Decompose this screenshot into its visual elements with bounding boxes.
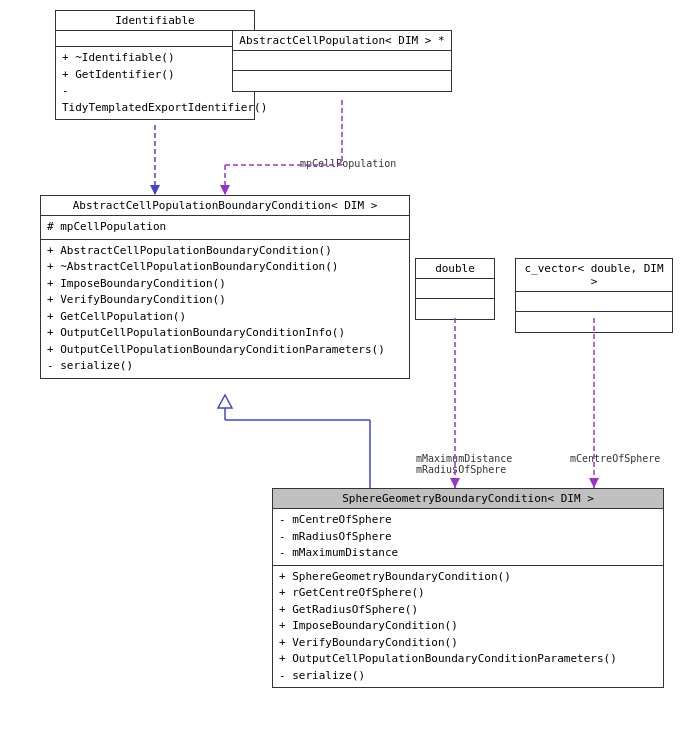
sgbc-method-1: + SphereGeometryBoundaryCondition() (279, 569, 657, 586)
sphere-geometry-box: SphereGeometryBoundaryCondition< DIM > -… (272, 488, 664, 688)
label-mpCellPopulation: mpCellPopulation (300, 158, 396, 169)
identifiable-box: Identifiable + ~Identifiable() + GetIden… (55, 10, 255, 120)
cvector-title: c_vector< double, DIM > (516, 259, 672, 292)
sgbc-field-3: - mMaximumDistance (279, 545, 657, 562)
double-section2 (416, 299, 494, 319)
sgbc-method-2: + rGetCentreOfSphere() (279, 585, 657, 602)
abstract-boundary-condition-title: AbstractCellPopulationBoundaryCondition<… (41, 196, 409, 216)
abc-method-4: + VerifyBoundaryCondition() (47, 292, 403, 309)
sgbc-method-5: + VerifyBoundaryCondition() (279, 635, 657, 652)
uml-diagram: Identifiable + ~Identifiable() + GetIden… (0, 0, 688, 744)
abstract-boundary-condition-methods: + AbstractCellPopulationBoundaryConditio… (41, 240, 409, 378)
sphere-geometry-fields: - mCentreOfSphere - mRadiusOfSphere - mM… (273, 509, 663, 566)
identifiable-method-1: + ~Identifiable() (62, 50, 248, 67)
abc-method-1: + AbstractCellPopulationBoundaryConditio… (47, 243, 403, 260)
cvector-section1 (516, 292, 672, 312)
abstract-cell-population-section1 (233, 51, 451, 71)
cvector-section2 (516, 312, 672, 332)
double-title: double (416, 259, 494, 279)
cvector-box: c_vector< double, DIM > (515, 258, 673, 333)
abstract-cell-population-section2 (233, 71, 451, 91)
sphere-geometry-methods: + SphereGeometryBoundaryCondition() + rG… (273, 566, 663, 688)
sphere-geometry-title: SphereGeometryBoundaryCondition< DIM > (273, 489, 663, 509)
sgbc-field-1: - mCentreOfSphere (279, 512, 657, 529)
svg-marker-1 (150, 185, 160, 195)
abstract-cell-population-title: AbstractCellPopulation< DIM > * (233, 31, 451, 51)
sgbc-method-6: + OutputCellPopulationBoundaryConditionP… (279, 651, 657, 668)
abc-method-5: + GetCellPopulation() (47, 309, 403, 326)
abc-method-7: + OutputCellPopulationBoundaryConditionP… (47, 342, 403, 359)
label-mRadiusOfSphere: mRadiusOfSphere (416, 464, 506, 475)
label-mCentreOfSphere: mCentreOfSphere (570, 453, 660, 464)
identifiable-methods: + ~Identifiable() + GetIdentifier() - Ti… (56, 47, 254, 119)
svg-marker-13 (589, 478, 599, 488)
identifiable-section-empty (56, 31, 254, 47)
abstract-cell-population-box: AbstractCellPopulation< DIM > * (232, 30, 452, 92)
field-mpCellPopulation: # mpCellPopulation (47, 219, 403, 236)
abc-method-6: + OutputCellPopulationBoundaryConditionI… (47, 325, 403, 342)
abstract-boundary-condition-field: # mpCellPopulation (41, 216, 409, 240)
sgbc-method-7: - serialize() (279, 668, 657, 685)
label-mMaximumDistance: mMaximumDistance (416, 453, 512, 464)
double-box: double (415, 258, 495, 320)
sgbc-method-3: + GetRadiusOfSphere() (279, 602, 657, 619)
abc-method-2: + ~AbstractCellPopulationBoundaryConditi… (47, 259, 403, 276)
double-section1 (416, 279, 494, 299)
sgbc-method-4: + ImposeBoundaryCondition() (279, 618, 657, 635)
identifiable-title: Identifiable (56, 11, 254, 31)
abstract-boundary-condition-box: AbstractCellPopulationBoundaryCondition<… (40, 195, 410, 379)
abc-method-8: - serialize() (47, 358, 403, 375)
svg-marker-9 (218, 395, 232, 408)
sgbc-field-2: - mRadiusOfSphere (279, 529, 657, 546)
abc-method-3: + ImposeBoundaryCondition() (47, 276, 403, 293)
identifiable-method-3: - TidyTemplatedExportIdentifier() (62, 83, 248, 116)
svg-marker-5 (220, 185, 230, 195)
svg-marker-11 (450, 478, 460, 488)
identifiable-method-2: + GetIdentifier() (62, 67, 248, 84)
